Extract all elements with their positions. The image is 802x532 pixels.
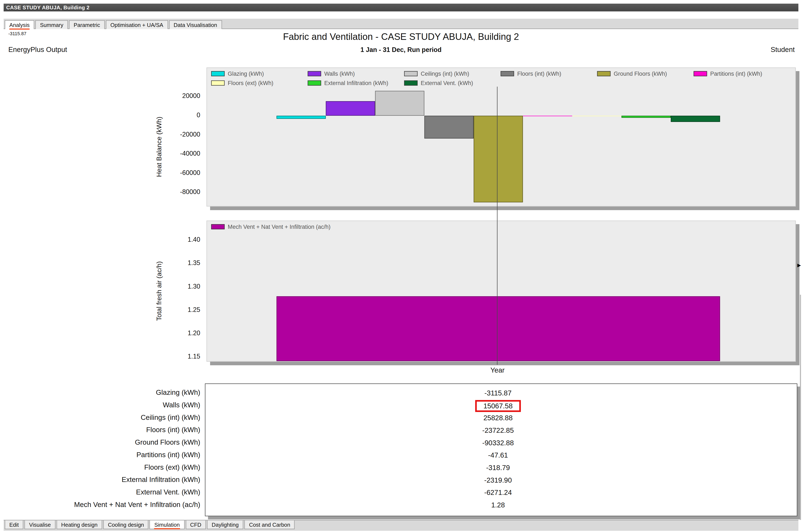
bar-ceilings-int-kwh[interactable] [375, 91, 424, 116]
chart2-legend: Mech Vent + Nat Vent + Infiltration (ac/… [211, 223, 790, 230]
tab-label: Summary [40, 22, 63, 28]
tab-simulation[interactable]: Simulation [150, 520, 185, 529]
bar-partitions-int-kwh[interactable] [523, 116, 572, 116]
legend-swatch [500, 71, 514, 76]
tab-summary[interactable]: Summary [35, 20, 68, 29]
legend-swatch [597, 71, 611, 76]
right-panel-splitter[interactable] [800, 295, 801, 520]
tab-analysis[interactable]: Analysis [5, 20, 34, 29]
tab-label: Cooling design [108, 521, 144, 528]
table-row-label: Glazing (kWh) [11, 386, 200, 399]
legend-label: Glazing (kWh) [228, 70, 264, 77]
legend-item-walls-kwh: Walls (kWh) [308, 70, 404, 77]
bar-glazing-kwh[interactable] [276, 116, 326, 119]
x-axis-label: Year [456, 366, 539, 374]
tab-label: Edit [9, 521, 19, 528]
table-row: 15067.58 [394, 399, 602, 412]
legend-swatch [211, 224, 225, 229]
tab-label: Cost and Carbon [249, 521, 290, 528]
bar-external-vent-kwh[interactable] [671, 116, 720, 122]
tab-label: Visualise [29, 521, 51, 528]
legend-item-external-vent-kwh: External Vent. (kWh) [404, 79, 500, 86]
legend-label: Mech Vent + Nat Vent + Infiltration (ac/… [228, 223, 330, 229]
tab-cost-and-carbon[interactable]: Cost and Carbon [245, 520, 295, 529]
table-row-label: Partitions (int) (kWh) [11, 449, 200, 461]
table-row: -2319.90 [394, 474, 602, 487]
legend-swatch [308, 71, 321, 76]
tab-daylighting[interactable]: Daylighting [207, 520, 243, 529]
table-row: -47.61 [394, 449, 602, 462]
table-row-label: Walls (kWh) [11, 399, 200, 412]
bar-walls-kwh[interactable] [326, 101, 375, 116]
tab-edit[interactable]: Edit [5, 520, 23, 529]
tab-label: Heating design [61, 521, 97, 528]
bar-ground-floors-kwh[interactable] [474, 116, 523, 203]
legend-label: Ceilings (int) (kWh) [421, 70, 470, 77]
tab-cfd[interactable]: CFD [186, 520, 206, 529]
tab-data-visualisation[interactable]: Data Visualisation [169, 20, 222, 29]
table-row: 25828.88 [394, 412, 602, 424]
legend-swatch [404, 71, 418, 76]
legend-label: Floors (ext) (kWh) [228, 80, 273, 86]
table-row-label: Floors (int) (kWh) [11, 424, 200, 436]
tab-label: Analysis [9, 22, 30, 30]
legend-item-ground-floors-kwh: Ground Floors (kWh) [597, 70, 693, 77]
y-tick-1.25: 1.25 [165, 306, 200, 314]
legend-swatch [211, 80, 225, 85]
chart1-y-ticks: 200000-20000-40000-60000-80000 [165, 68, 203, 207]
table-row: -3115.87 [394, 387, 602, 399]
chart2-y-axis-title: Total fresh air (ac/h) [155, 224, 164, 359]
table-row-label: External Infiltration (kWh) [11, 474, 200, 486]
table-value: -3115.87 [484, 389, 512, 397]
tab-parametric[interactable]: Parametric [69, 20, 105, 29]
table-row: -6271.24 [394, 487, 602, 499]
heat-balance-chart[interactable]: Glazing (kWh)Walls (kWh)Ceilings (int) (… [207, 68, 796, 207]
legend-swatch [404, 80, 418, 85]
table-row-label: External Vent. (kWh) [11, 486, 200, 499]
y-tick-1.30: 1.30 [165, 282, 200, 290]
tab-label: Optimisation + UA/SA [111, 22, 163, 28]
tab-label: Data Visualisation [174, 22, 217, 28]
legend-item-partitions-int-kwh: Partitions (int) (kWh) [694, 70, 790, 77]
table-row-label: Ground Floors (kWh) [11, 436, 200, 449]
application-window: CASE STUDY ABUJA, Building 2 AnalysisSum… [0, 0, 802, 532]
legend-label: External Vent. (kWh) [421, 80, 473, 86]
y-tick-1.15: 1.15 [165, 353, 200, 361]
legend-swatch [694, 71, 707, 76]
table-value: -2319.90 [484, 476, 512, 484]
table-value: -6271.24 [484, 489, 512, 497]
legend-label: Floors (int) (kWh) [517, 70, 561, 77]
legend-item-glazing-kwh: Glazing (kWh) [211, 70, 308, 77]
table-row-label: Floors (ext) (kWh) [11, 461, 200, 474]
legend-swatch [211, 71, 225, 76]
tab-heating-design[interactable]: Heating design [57, 520, 102, 529]
table-value: 25828.88 [483, 414, 513, 422]
table-row-label: Ceilings (int) (kWh) [11, 411, 200, 424]
chart2-y-ticks: 1.401.351.301.251.201.15 [165, 221, 203, 362]
legend-item-external-infiltration-kwh: External Infiltration (kWh) [308, 79, 404, 86]
bar-floors-int-kwh[interactable] [424, 116, 474, 138]
y-tick--20000: -20000 [165, 130, 200, 138]
tab-optimisation-ua-sa[interactable]: Optimisation + UA/SA [106, 20, 168, 29]
bar-mech-vent-nat-vent-infiltration-ac-h[interactable] [276, 296, 720, 361]
table-value-highlight-box: 15067.58 [475, 400, 521, 412]
y-tick-0: 0 [165, 111, 200, 119]
table-value: -47.61 [488, 452, 508, 459]
scroll-right-arrow-icon[interactable]: ▶ [797, 263, 801, 268]
table-value: -318.79 [486, 464, 510, 472]
window-titlebar: CASE STUDY ABUJA, Building 2 [4, 4, 798, 12]
y-tick--80000: -80000 [165, 188, 200, 196]
legend-item-floors-ext-kwh: Floors (ext) (kWh) [211, 79, 308, 86]
chart1-legend: Glazing (kWh)Walls (kWh)Ceilings (int) (… [211, 70, 790, 86]
bar-floors-ext-kwh[interactable] [572, 116, 622, 116]
values-table-labels: Glazing (kWh)Walls (kWh)Ceilings (int) (… [11, 386, 200, 511]
chart-crosshair-line [497, 87, 497, 365]
fresh-air-chart[interactable]: Mech Vent + Nat Vent + Infiltration (ac/… [207, 221, 796, 362]
tab-cooling-design[interactable]: Cooling design [103, 520, 149, 529]
tab-visualise[interactable]: Visualise [24, 520, 55, 529]
y-tick--60000: -60000 [165, 169, 200, 177]
table-row: -23722.85 [394, 424, 602, 437]
y-tick-1.35: 1.35 [165, 259, 200, 267]
tab-label: Parametric [74, 22, 100, 28]
bar-external-infiltration-kwh[interactable] [622, 116, 671, 118]
